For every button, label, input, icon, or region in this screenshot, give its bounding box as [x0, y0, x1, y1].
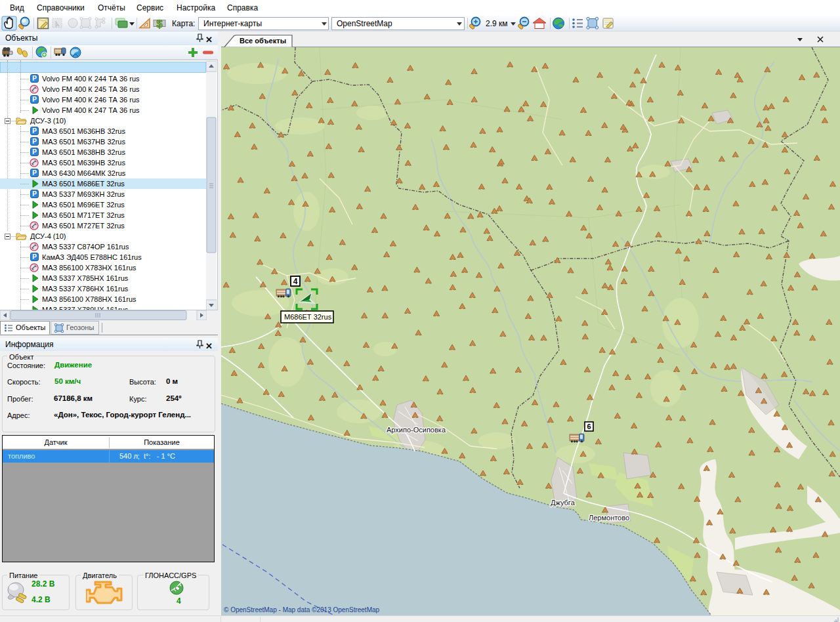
svg-text:P: P	[32, 96, 37, 103]
svg-text:© OpenStreetMap - Map data ©20: © OpenStreetMap - Map data ©2013 OpenStr…	[224, 606, 380, 613]
svg-text:P: P	[32, 127, 37, 135]
svg-text:P: P	[32, 253, 37, 260]
svg-text:2.9 км: 2.9 км	[486, 19, 508, 28]
svg-text:Лермонтово: Лермонтово	[589, 514, 629, 522]
svg-text:Все объекты: Все объекты	[240, 37, 286, 45]
svg-text:Интернет-карты: Интернет-карты	[203, 19, 262, 28]
svg-text:P: P	[32, 148, 37, 156]
svg-text:P: P	[32, 75, 37, 82]
svg-text:P: P	[32, 169, 37, 176]
svg-text:М686ЕТ 32rus: М686ЕТ 32rus	[284, 313, 332, 321]
svg-text:Архипо-Осиповка: Архипо-Осиповка	[387, 426, 446, 434]
svg-text:OpenStreetMap: OpenStreetMap	[337, 19, 392, 28]
svg-text:P: P	[32, 138, 37, 145]
svg-text:Джубга: Джубга	[551, 499, 576, 507]
svg-text:6: 6	[587, 423, 591, 430]
svg-text:Карта:: Карта:	[172, 19, 195, 28]
svg-text:4: 4	[293, 277, 298, 286]
svg-text:$: $	[156, 18, 163, 30]
svg-text:P: P	[32, 190, 37, 197]
